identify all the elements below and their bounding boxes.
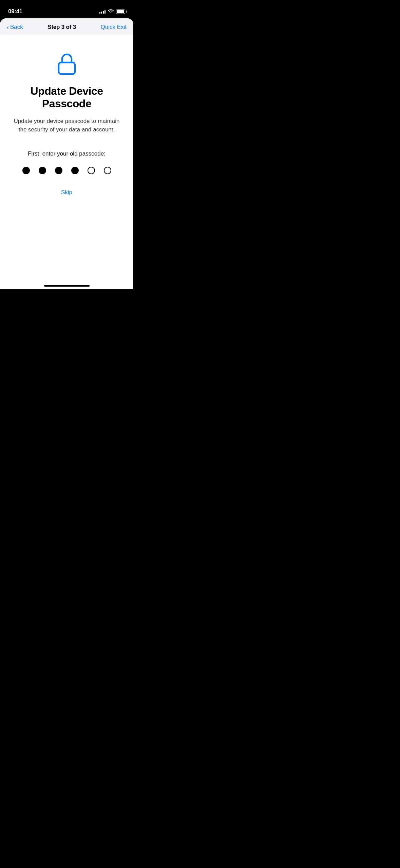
passcode-prompt: First, enter your old passcode: xyxy=(28,150,106,157)
passcode-dot-5 xyxy=(88,167,95,174)
passcode-dot-2 xyxy=(39,167,46,174)
nav-bar: ‹ Back Step 3 of 3 Quick Exit xyxy=(0,18,133,35)
scroll-area: Update Device Passcode Update your devic… xyxy=(0,35,133,289)
back-button[interactable]: ‹ Back xyxy=(7,24,23,31)
battery-icon xyxy=(116,10,125,14)
home-indicator xyxy=(44,285,90,287)
passcode-dot-1 xyxy=(22,167,30,174)
status-bar: 09:41 xyxy=(0,0,133,18)
skip-button[interactable]: Skip xyxy=(53,186,80,199)
back-chevron-icon: ‹ xyxy=(7,24,9,30)
status-icons xyxy=(99,9,125,14)
svg-rect-0 xyxy=(59,62,75,74)
signal-icon xyxy=(99,10,106,14)
status-time: 09:41 xyxy=(8,8,22,15)
passcode-dot-6 xyxy=(104,167,111,174)
quick-exit-button[interactable]: Quick Exit xyxy=(100,24,127,31)
lock-icon-container xyxy=(55,51,79,77)
wifi-icon xyxy=(108,9,114,14)
nav-title: Step 3 of 3 xyxy=(47,24,76,31)
page-title: Update Device Passcode xyxy=(0,85,133,110)
passcode-dots xyxy=(14,167,119,174)
back-label: Back xyxy=(10,24,23,31)
main-content: ‹ Back Step 3 of 3 Quick Exit Update Dev… xyxy=(0,18,133,289)
lock-icon xyxy=(55,51,79,75)
passcode-dot-4 xyxy=(71,167,79,174)
page-subtitle: Update your device passcode to maintain … xyxy=(0,117,133,134)
passcode-dot-3 xyxy=(55,167,62,174)
